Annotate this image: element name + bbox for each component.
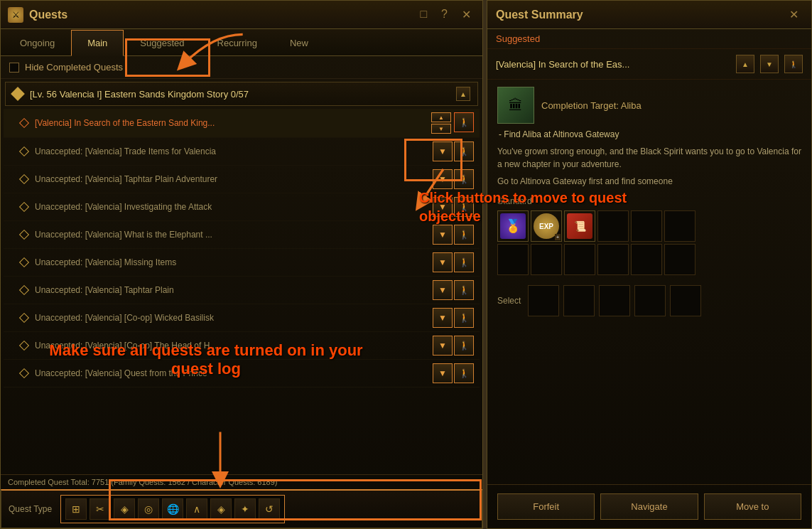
summary-content: 🏛 Completion Target: Aliba - Find Aliba …	[487, 80, 811, 484]
quest-diamond-icon	[19, 341, 29, 351]
summary-quest-title-row: [Valencia] In Search of the Eas... ▲ ▼ 🚶	[487, 49, 811, 80]
select-slot-empty	[563, 285, 595, 316]
quest-item[interactable]: Unaccepted: [Valencia] Trade Items for V…	[4, 138, 480, 166]
summary-title: Quest Summary	[496, 9, 785, 21]
quest-group-header[interactable]: [Lv. 56 Valencia I] Eastern Sands Kingdo…	[5, 82, 478, 106]
navigate-quest-btn[interactable]: 🚶	[454, 336, 474, 356]
reward-slot-empty	[664, 210, 695, 242]
scroll-down-btn[interactable]: ▼	[431, 124, 451, 134]
quest-name: Unaccepted: [Valencia] Investigating the…	[35, 202, 433, 212]
tab-suggested[interactable]: Suggested	[124, 30, 200, 56]
forfeit-btn[interactable]: Forfeit	[497, 493, 595, 520]
quest-name: Unaccepted: [Valencia] Taphtar Plain Adv…	[35, 174, 433, 184]
quest-window-title: Quests	[29, 9, 416, 21]
quest-type-refresh-icon[interactable]: ↺	[259, 498, 280, 520]
expand-quest-btn[interactable]: ▼	[433, 141, 453, 161]
summary-track-btn[interactable]: 🚶	[784, 55, 803, 73]
group-expand-btn[interactable]: ▲	[456, 87, 470, 101]
quest-item[interactable]: Unaccepted: [Valencia] Investigating the…	[4, 193, 480, 221]
quest-type-label: Quest Type	[9, 504, 52, 514]
quest-item-actions: ▼ 🚶	[433, 280, 474, 300]
tab-ongoing[interactable]: Ongoing	[4, 30, 71, 56]
select-rewards-label: Select	[497, 296, 521, 306]
reward-slot-empty	[564, 244, 595, 275]
summary-prev-btn[interactable]: ▲	[736, 55, 754, 73]
quest-item-actions: ▼ 🚶	[433, 141, 474, 161]
quest-item-actions: ▲ ▼ 🚶	[431, 112, 474, 134]
quest-item[interactable]: Unaccepted: [Valencia] What is the Eleph…	[4, 221, 480, 249]
standard-rewards-section: Standard 🏅 EXP + 📜	[497, 196, 801, 275]
quest-group-title: [Lv. 56 Valencia I] Eastern Sands Kingdo…	[30, 89, 456, 100]
tab-new[interactable]: New	[274, 30, 325, 56]
quest-type-diamond-icon[interactable]: ◈	[114, 498, 135, 520]
quest-diamond-icon	[19, 368, 29, 378]
standard-rewards-label: Standard	[497, 196, 801, 206]
summary-close-btn[interactable]: ✕	[785, 6, 803, 23]
quest-type-chevron-icon[interactable]: ∧	[186, 498, 207, 520]
quest-type-scissors-icon[interactable]: ✂	[90, 498, 111, 520]
navigate-quest-btn[interactable]: 🚶	[454, 169, 474, 189]
quest-item[interactable]: Unaccepted: [Valencia] Taphtar Plain ▼ 🚶	[4, 277, 480, 304]
navigate-quest-btn[interactable]: 🚶	[454, 280, 474, 300]
expand-quest-btn[interactable]: ▼	[433, 336, 453, 356]
navigate-quest-btn[interactable]: 🚶	[454, 363, 474, 383]
quest-description: You've grown strong enough, and the Blac…	[497, 145, 801, 171]
quest-type-marker-icon[interactable]: ◈	[210, 498, 232, 520]
quest-close-btn[interactable]: ✕	[458, 6, 475, 23]
move-to-btn[interactable]: Move to	[704, 493, 801, 520]
quest-footer: Completed Quest Total: 7751 (Family Ques…	[1, 474, 482, 489]
quest-type-star-icon[interactable]: ✦	[234, 498, 256, 520]
quest-type-circle-icon[interactable]: ◎	[138, 498, 159, 520]
quest-objective: - Find Aliba at Altinova Gateway	[499, 129, 801, 139]
expand-quest-btn[interactable]: ▼	[433, 197, 453, 217]
quest-item[interactable]: Unaccepted: [Valencia] [Co-op] Wicked Ba…	[4, 304, 480, 332]
quest-summary-panel: Quest Summary ✕ Suggested [Valencia] In …	[487, 0, 812, 529]
navigate-quest-btn[interactable]: 🚶	[454, 141, 474, 161]
reward-slot-empty	[664, 244, 695, 275]
navigate-quest-btn[interactable]: 🚶	[454, 112, 474, 132]
expand-quest-btn[interactable]: ▼	[433, 363, 453, 383]
summary-tab-suggested[interactable]: Suggested	[487, 29, 811, 49]
quest-item[interactable]: Unaccepted: [Valencia] Taphtar Plain Adv…	[4, 166, 480, 193]
quest-title-icon: ⚔	[8, 7, 23, 23]
reward-slot-empty	[631, 244, 662, 275]
reward-slot: 📜	[564, 210, 595, 242]
summary-action-buttons: Forfeit Navigate Move to	[487, 484, 811, 528]
standard-rewards-grid: 🏅 EXP + 📜	[497, 210, 801, 275]
tab-main[interactable]: Main	[71, 30, 124, 56]
expand-quest-btn[interactable]: ▼	[433, 169, 453, 189]
quest-type-grid-icon[interactable]: ⊞	[65, 498, 87, 520]
quest-item[interactable]: Unaccepted: [Valencia] Missing Items ▼ 🚶	[4, 249, 480, 277]
quest-name: Unaccepted: [Valencia] Trade Items for V…	[35, 146, 433, 156]
expand-quest-btn[interactable]: ▼	[433, 308, 453, 328]
scroll-up-btn[interactable]: ▲	[431, 112, 451, 122]
new-window-btn[interactable]: □	[416, 6, 431, 23]
reward-icon-item: 📜	[567, 213, 592, 239]
reward-slot: EXP +	[531, 210, 562, 242]
quest-type-bar: Quest Type ⊞ ✂ ◈ ◎ 🌐 ∧ ◈ ✦ ↺	[1, 489, 482, 528]
hide-completed-checkbox[interactable]	[9, 63, 19, 73]
expand-quest-btn[interactable]: ▼	[433, 280, 453, 300]
summary-next-btn[interactable]: ▼	[760, 55, 779, 73]
hide-completed-label: Hide Completed Quests	[25, 62, 123, 73]
navigate-btn[interactable]: Navigate	[600, 493, 698, 520]
quest-item[interactable]: Unaccepted: [Valencia] [Co-op] The Head …	[4, 332, 480, 360]
group-diamond-icon	[11, 87, 25, 101]
expand-quest-btn[interactable]: ▼	[433, 252, 453, 272]
help-btn[interactable]: ?	[437, 6, 452, 23]
reward-slot-empty	[531, 244, 562, 275]
completion-target: Completion Target: Aliba	[541, 100, 642, 111]
quest-item[interactable]: Unaccepted: [Valencia] Quest from the Pr…	[4, 360, 480, 388]
reward-icon-exp: EXP +	[534, 213, 559, 239]
tab-recurring[interactable]: Recurring	[201, 30, 274, 56]
navigate-quest-btn[interactable]: 🚶	[454, 197, 474, 217]
quest-type-globe-icon[interactable]: 🌐	[162, 498, 183, 520]
expand-quest-btn[interactable]: ▼	[433, 225, 453, 245]
select-slot-empty	[599, 285, 630, 316]
navigate-quest-btn[interactable]: 🚶	[454, 308, 474, 328]
quest-item-actions: ▼ 🚶	[433, 225, 474, 245]
navigate-quest-btn[interactable]: 🚶	[454, 225, 474, 245]
navigate-quest-btn[interactable]: 🚶	[454, 252, 474, 272]
quest-item[interactable]: [Valencia] In Search of the Eastern Sand…	[4, 109, 480, 138]
quest-item-actions: ▼ 🚶	[433, 336, 474, 356]
